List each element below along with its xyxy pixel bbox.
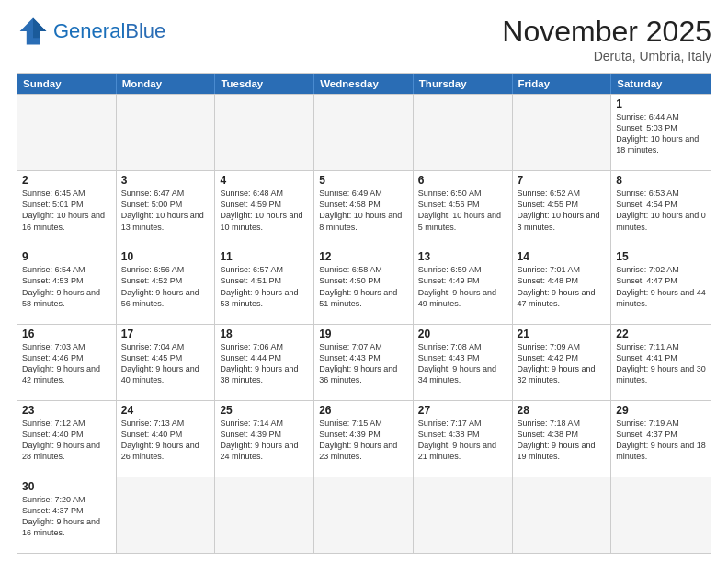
day-number: 3 <box>121 174 210 187</box>
day-number: 16 <box>22 327 111 340</box>
empty-cell <box>513 95 612 170</box>
cell-text: Sunrise: 6:50 AM Sunset: 4:56 PM Dayligh… <box>418 188 507 233</box>
day-number: 22 <box>616 327 706 340</box>
svg-marker-1 <box>33 18 46 39</box>
cell-text: Sunrise: 7:15 AM Sunset: 4:39 PM Dayligh… <box>319 418 408 463</box>
cell-text: Sunrise: 6:49 AM Sunset: 4:58 PM Dayligh… <box>319 188 408 233</box>
day-cell-28: 28Sunrise: 7:18 AM Sunset: 4:38 PM Dayli… <box>513 401 612 477</box>
cell-text: Sunrise: 6:44 AM Sunset: 5:03 PM Dayligh… <box>616 111 706 156</box>
cell-text: Sunrise: 7:13 AM Sunset: 4:40 PM Dayligh… <box>121 418 210 463</box>
day-cell-18: 18Sunrise: 7:06 AM Sunset: 4:44 PM Dayli… <box>215 325 314 400</box>
empty-cell <box>414 95 513 170</box>
header-cell-thursday: Thursday <box>414 74 513 94</box>
day-cell-6: 6Sunrise: 6:50 AM Sunset: 4:56 PM Daylig… <box>414 171 513 247</box>
day-number: 15 <box>616 250 706 263</box>
cell-text: Sunrise: 6:45 AM Sunset: 5:01 PM Dayligh… <box>22 188 111 233</box>
cell-text: Sunrise: 7:12 AM Sunset: 4:40 PM Dayligh… <box>22 418 111 463</box>
day-number: 17 <box>121 327 210 340</box>
location: Deruta, Umbria, Italy <box>502 49 711 63</box>
empty-cell <box>117 477 216 553</box>
day-number: 21 <box>518 327 607 340</box>
day-cell-10: 10Sunrise: 6:56 AM Sunset: 4:52 PM Dayli… <box>117 247 216 323</box>
day-cell-21: 21Sunrise: 7:09 AM Sunset: 4:42 PM Dayli… <box>513 325 612 400</box>
header: GeneralBlue November 2025 Deruta, Umbria… <box>17 15 711 63</box>
day-cell-27: 27Sunrise: 7:17 AM Sunset: 4:38 PM Dayli… <box>414 401 513 477</box>
day-number: 2 <box>22 174 111 187</box>
day-number: 28 <box>518 404 607 417</box>
day-cell-8: 8Sunrise: 6:53 AM Sunset: 4:54 PM Daylig… <box>611 171 711 247</box>
cell-text: Sunrise: 7:03 AM Sunset: 4:46 PM Dayligh… <box>22 341 111 386</box>
day-cell-11: 11Sunrise: 6:57 AM Sunset: 4:51 PM Dayli… <box>215 247 314 323</box>
logo-blue: Blue <box>125 19 165 42</box>
day-number: 4 <box>220 174 309 187</box>
calendar-row-4: 23Sunrise: 7:12 AM Sunset: 4:40 PM Dayli… <box>17 400 711 477</box>
day-cell-23: 23Sunrise: 7:12 AM Sunset: 4:40 PM Dayli… <box>17 401 117 477</box>
cell-text: Sunrise: 6:53 AM Sunset: 4:54 PM Dayligh… <box>616 188 706 233</box>
day-number: 29 <box>616 404 706 417</box>
day-number: 11 <box>220 250 309 263</box>
cell-text: Sunrise: 7:19 AM Sunset: 4:37 PM Dayligh… <box>616 418 706 463</box>
cell-text: Sunrise: 7:14 AM Sunset: 4:39 PM Dayligh… <box>220 418 309 463</box>
cell-text: Sunrise: 7:11 AM Sunset: 4:41 PM Dayligh… <box>616 341 706 386</box>
cell-text: Sunrise: 6:47 AM Sunset: 5:00 PM Dayligh… <box>121 188 210 233</box>
day-cell-19: 19Sunrise: 7:07 AM Sunset: 4:43 PM Dayli… <box>314 325 414 400</box>
day-number: 24 <box>121 404 210 417</box>
calendar-row-0: 1Sunrise: 6:44 AM Sunset: 5:03 PM Daylig… <box>17 94 711 170</box>
cell-text: Sunrise: 7:02 AM Sunset: 4:47 PM Dayligh… <box>616 264 706 309</box>
cell-text: Sunrise: 6:48 AM Sunset: 4:59 PM Dayligh… <box>220 188 309 233</box>
title-block: November 2025 Deruta, Umbria, Italy <box>502 15 711 63</box>
cell-text: Sunrise: 6:56 AM Sunset: 4:52 PM Dayligh… <box>121 264 210 309</box>
day-number: 27 <box>418 404 507 417</box>
cell-text: Sunrise: 6:57 AM Sunset: 4:51 PM Dayligh… <box>220 264 309 309</box>
day-cell-20: 20Sunrise: 7:08 AM Sunset: 4:43 PM Dayli… <box>414 325 513 400</box>
day-cell-1: 1Sunrise: 6:44 AM Sunset: 5:03 PM Daylig… <box>611 95 711 170</box>
cell-text: Sunrise: 6:59 AM Sunset: 4:49 PM Dayligh… <box>418 264 507 309</box>
day-number: 7 <box>518 174 607 187</box>
day-number: 5 <box>319 174 408 187</box>
empty-cell <box>215 477 314 553</box>
cell-text: Sunrise: 7:08 AM Sunset: 4:43 PM Dayligh… <box>418 341 507 386</box>
day-cell-14: 14Sunrise: 7:01 AM Sunset: 4:48 PM Dayli… <box>513 247 612 323</box>
header-cell-friday: Friday <box>513 74 612 94</box>
empty-cell <box>414 477 513 553</box>
day-cell-30: 30Sunrise: 7:20 AM Sunset: 4:37 PM Dayli… <box>17 477 117 553</box>
header-cell-saturday: Saturday <box>611 74 711 94</box>
day-cell-26: 26Sunrise: 7:15 AM Sunset: 4:39 PM Dayli… <box>314 401 414 477</box>
header-cell-sunday: Sunday <box>17 74 117 94</box>
cell-text: Sunrise: 7:09 AM Sunset: 4:42 PM Dayligh… <box>518 341 607 386</box>
day-cell-2: 2Sunrise: 6:45 AM Sunset: 5:01 PM Daylig… <box>17 171 117 247</box>
cell-text: Sunrise: 7:17 AM Sunset: 4:38 PM Dayligh… <box>418 418 507 463</box>
day-number: 6 <box>418 174 507 187</box>
calendar-row-2: 9Sunrise: 6:54 AM Sunset: 4:53 PM Daylig… <box>17 247 711 323</box>
day-number: 25 <box>220 404 309 417</box>
cell-text: Sunrise: 7:07 AM Sunset: 4:43 PM Dayligh… <box>319 341 408 386</box>
day-cell-17: 17Sunrise: 7:04 AM Sunset: 4:45 PM Dayli… <box>117 325 216 400</box>
day-cell-16: 16Sunrise: 7:03 AM Sunset: 4:46 PM Dayli… <box>17 325 117 400</box>
day-cell-5: 5Sunrise: 6:49 AM Sunset: 4:58 PM Daylig… <box>314 171 414 247</box>
day-cell-29: 29Sunrise: 7:19 AM Sunset: 4:37 PM Dayli… <box>611 401 711 477</box>
cell-text: Sunrise: 7:06 AM Sunset: 4:44 PM Dayligh… <box>220 341 309 386</box>
day-number: 12 <box>319 250 408 263</box>
day-number: 19 <box>319 327 408 340</box>
logo: GeneralBlue <box>17 15 165 48</box>
day-number: 8 <box>616 174 706 187</box>
day-number: 13 <box>418 250 507 263</box>
day-cell-25: 25Sunrise: 7:14 AM Sunset: 4:39 PM Dayli… <box>215 401 314 477</box>
day-number: 9 <box>22 250 111 263</box>
month-title: November 2025 <box>502 15 711 49</box>
cell-text: Sunrise: 6:54 AM Sunset: 4:53 PM Dayligh… <box>22 264 111 309</box>
logo-general: General <box>53 19 125 42</box>
day-cell-15: 15Sunrise: 7:02 AM Sunset: 4:47 PM Dayli… <box>611 247 711 323</box>
cell-text: Sunrise: 7:20 AM Sunset: 4:37 PM Dayligh… <box>22 494 111 539</box>
calendar: SundayMondayTuesdayWednesdayThursdayFrid… <box>17 73 711 554</box>
empty-cell <box>314 477 414 553</box>
calendar-row-3: 16Sunrise: 7:03 AM Sunset: 4:46 PM Dayli… <box>17 324 711 400</box>
day-number: 14 <box>518 250 607 263</box>
empty-cell <box>215 95 314 170</box>
empty-cell <box>314 95 414 170</box>
day-number: 20 <box>418 327 507 340</box>
day-cell-4: 4Sunrise: 6:48 AM Sunset: 4:59 PM Daylig… <box>215 171 314 247</box>
day-cell-24: 24Sunrise: 7:13 AM Sunset: 4:40 PM Dayli… <box>117 401 216 477</box>
empty-cell <box>117 95 216 170</box>
day-number: 18 <box>220 327 309 340</box>
